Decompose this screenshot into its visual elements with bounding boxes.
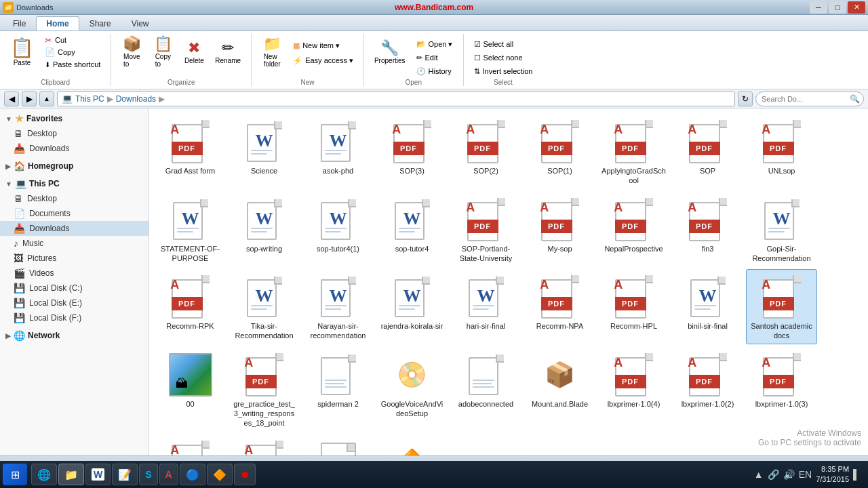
file-item[interactable]: spiderman 2 [302,347,374,432]
minimize-button[interactable]: ─ [810,1,827,14]
sidebar-item-downloads-fav[interactable]: 📥 Downloads [0,141,149,156]
file-item[interactable]: A PDF lbxprimer-1.0(2) [672,347,743,432]
file-item[interactable]: TEXexample_2col_jou [302,434,374,455]
sidebar-item-pictures[interactable]: 🖼 Pictures [0,251,149,266]
back-button[interactable]: ◀ [4,92,19,106]
select-all-button[interactable]: ☑ Select all [469,38,519,50]
edit-button[interactable]: ✏ Edit [412,52,458,64]
file-item[interactable]: A PDF SOP [672,114,743,189]
close-button[interactable]: ✕ [848,1,865,14]
invert-selection-button[interactable]: ⇅ Invert selection [469,65,538,77]
copy-button[interactable]: 📄 Copy [40,46,105,58]
taskbar-bandicam[interactable]: ⏺ [234,464,256,485]
file-item[interactable]: A PDF lbxprimer-1.0 [229,434,300,455]
file-item[interactable]: A PDF Recomm-HPL [598,269,669,344]
file-item[interactable]: A PDF UNLsop [746,114,817,189]
sidebar-network-header[interactable]: ▶ 🌐 Network [0,328,149,343]
easy-access-button[interactable]: ⚡ Easy access ▾ [288,54,358,66]
start-button[interactable]: ⊞ [3,464,27,485]
tray-expand-icon[interactable]: ▲ [754,469,764,480]
file-item[interactable]: A PDF lbxprimer-1.0(1) [155,434,226,455]
sidebar-item-desktop-fav[interactable]: 🖥 Desktop [0,126,149,141]
tray-input-icon[interactable]: EN [799,469,812,480]
file-item[interactable]: A PDF My-sop [524,192,595,267]
file-item[interactable]: A PDF SOP-Portland-State-University [450,192,521,267]
file-item[interactable]: A PDF Recomm-NPA [524,269,595,344]
taskbar-notepad[interactable]: 📝 [112,464,138,485]
tab-file[interactable]: File [3,16,36,30]
file-item[interactable]: W binil-sir-final [672,269,743,344]
sidebar-item-downloads[interactable]: 📥 Downloads [0,221,149,236]
file-item[interactable]: W rajendra-koirala-sir [376,269,448,344]
file-item[interactable]: A PDF lbxprimer-1.0(4) [598,347,669,432]
new-item-button[interactable]: ▦ New item ▾ [288,39,358,52]
history-button[interactable]: 🕐 History [412,65,458,77]
file-item[interactable]: W STATEMENT-OF-PURPOSE [155,192,226,267]
tab-home[interactable]: Home [36,16,79,30]
taskbar-ie[interactable]: 🌐 [31,464,57,485]
sidebar-item-desktop[interactable]: 🖥 Desktop [0,191,149,206]
file-item[interactable]: A PDF Grad Asst form [155,114,226,189]
file-item[interactable]: adobeconnected [450,347,521,432]
sidebar-item-local-disk-e[interactable]: 💾 Local Disk (E:) [0,296,149,310]
new-folder-button[interactable]: 📁 Newfolder [257,34,287,70]
open-button[interactable]: 📂 Open ▾ [412,38,458,50]
forward-button[interactable]: ▶ [22,92,37,106]
file-item[interactable]: 🏔00 [155,347,226,432]
copy-to-button[interactable]: 📋 Copyto [148,34,178,70]
taskbar-vlc[interactable]: 🔶 [207,464,233,485]
rename-button[interactable]: ✏ Rename [210,34,245,70]
file-item[interactable]: W sop-tutor4(1) [302,192,374,267]
search-input[interactable] [755,92,864,106]
file-item[interactable]: W asok-phd [302,114,374,189]
file-item[interactable]: W Narayan-sir-recommendation [302,269,374,344]
system-clock[interactable]: 8:35 PM 7/31/2015 [816,464,849,485]
tray-volume-icon[interactable]: 🔊 [783,469,795,480]
file-item[interactable]: W hari-sir-final [450,269,521,344]
tray-network-icon[interactable]: 🔗 [768,469,779,480]
file-item[interactable]: W sop-writing [229,192,300,267]
cut-button[interactable]: ✂ Cut [40,34,105,46]
sidebar-favorites-header[interactable]: ▼ ★ Favorites [0,111,149,126]
select-none-button[interactable]: ☐ Select none [469,52,528,64]
tab-share[interactable]: Share [79,16,121,30]
file-item[interactable]: A PDF lbxprimer-1.0(3) [746,347,817,432]
sidebar-item-local-disk-f[interactable]: 💾 Local Disk (F:) [0,310,149,325]
file-item[interactable]: A PDF NepalProspective [598,192,669,267]
file-item[interactable]: W Science [229,114,300,189]
taskbar-adobe[interactable]: A [159,464,178,485]
file-item[interactable]: A PDF ApplyingtoGradSchool [598,114,669,189]
refresh-button[interactable]: ↻ [738,92,753,106]
sidebar-item-music[interactable]: ♪ Music [0,236,149,251]
file-item[interactable]: W sop-tutor4 [376,192,448,267]
taskbar-skype[interactable]: S [139,464,157,485]
taskbar-explorer[interactable]: 📁 [58,464,84,485]
sidebar-item-videos[interactable]: 🎬 Videos [0,266,149,281]
file-item[interactable]: A PDF Recomm-RPK [155,269,226,344]
sidebar-item-local-disk-c[interactable]: 💾 Local Disk (C:) [0,281,149,296]
breadcrumb-downloads[interactable]: Downloads [116,94,156,104]
sidebar-homegroup-header[interactable]: ▶ 🏠 Homegroup [0,159,149,174]
file-item[interactable]: 🔶vlc-2-2-1-win32 [376,434,448,455]
sidebar-item-documents[interactable]: 📄 Documents [0,206,149,221]
file-item[interactable]: A PDF fin3 [672,192,743,267]
move-to-button[interactable]: 📦 Moveto [117,34,146,70]
show-desktop-icon[interactable]: ▌ [853,469,860,480]
taskbar-word[interactable]: W [85,464,111,485]
paste-button[interactable]: 📋 Paste [5,34,39,70]
file-item[interactable]: 📀GoogleVoiceAndVideoSetup [376,347,448,432]
properties-button[interactable]: 🔧 Properties [370,34,410,70]
file-item[interactable]: W Tika-sir-Recommendation [229,269,300,344]
paste-shortcut-button[interactable]: ⬇ Paste shortcut [40,58,105,70]
file-item[interactable]: W Gopi-Sir-Recommendation [746,192,817,267]
breadcrumb-thispc[interactable]: This PC [75,94,104,104]
file-item[interactable]: A PDF Santosh academic docs [746,269,817,344]
sidebar-thispc-header[interactable]: ▼ 💻 This PC [0,176,149,191]
file-item[interactable]: A PDF SOP(2) [450,114,521,189]
file-item[interactable]: A PDF SOP(3) [376,114,448,189]
file-item[interactable]: A PDF gre_practice_test_3_writing_respon… [229,347,300,432]
tab-view[interactable]: View [121,16,159,30]
taskbar-chrome[interactable]: 🔵 [180,464,205,485]
file-item[interactable]: A PDF SOP(1) [524,114,595,189]
up-button[interactable]: ▲ [39,92,54,106]
